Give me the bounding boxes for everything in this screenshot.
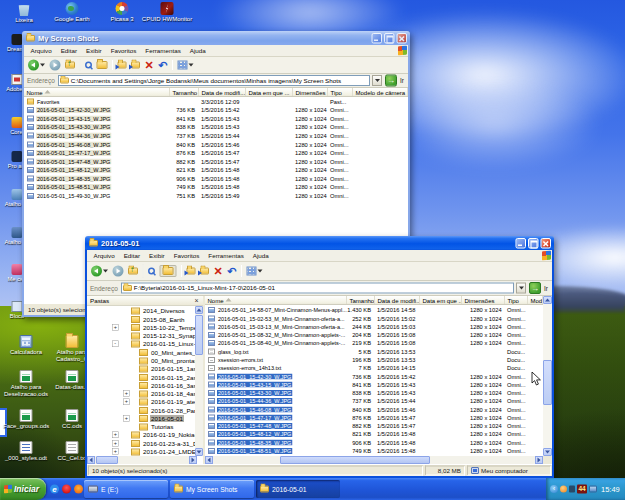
file-row[interactable]: 2016-05-01_15-47-17_W.JPG 876 KB 1/5/201… [24,149,408,158]
menu-item[interactable]: Favoritos [169,252,204,259]
views-button[interactable] [177,61,193,70]
menu-item[interactable]: Ajuda [248,252,273,259]
desktop-icon[interactable]: CPUID HWMonitor [140,2,195,23]
desktop-icon[interactable]: Google Earth [49,2,95,23]
move-to-button[interactable] [187,268,196,275]
tree-expand-toggle[interactable]: - [112,341,119,348]
file-row[interactable]: 2016-05-01_15-47-48_W.JPG 882 KB 1/5/201… [205,422,543,430]
file-row[interactable]: 2016-05-01_15-48-35_W.JPG 906 KB 1/5/201… [24,174,408,183]
list-horizontal-scrollbar[interactable] [205,456,543,464]
browser-icon-2[interactable] [74,485,83,494]
maximize-button[interactable] [528,238,539,249]
tree-item[interactable]: 2016-01-28_Particio [87,406,203,414]
desktop-icon[interactable]: _000_styles.odt [3,441,49,462]
file-row[interactable]: 2016-05-01_15-42-30_W.JPG 736 KB 1/5/201… [24,106,408,115]
file-row[interactable]: 2016-05-01_15-43-30_W.JPG 838 KB 1/5/201… [205,389,543,397]
close-button[interactable] [541,238,552,249]
address-field[interactable]: F:\Byteria\2016-01-15_Linux-Mint-17-0\20… [121,283,514,294]
desktop-icon[interactable]: Picasa 3 [99,2,145,23]
file-row[interactable]: xsession-errors.txt 196 KB 1/5/2016 13:5… [205,356,543,364]
forward-button[interactable]: → [50,60,61,71]
folders-button[interactable] [160,265,177,277]
file-row[interactable]: 2016-05-01_15-08-32_M_Mint-Cinnamon-appl… [205,331,543,339]
up-button[interactable]: ↑ [65,62,75,69]
win1-titlebar[interactable]: My Screen Shots [22,31,410,45]
browser-icon[interactable] [62,485,71,494]
file-row[interactable]: 2016-05-01_15-49-30_W.JPG 751 KB 1/5/201… [24,192,408,201]
file-row[interactable]: 2016-05-01_15-43-30_W.JPG 838 KB 1/5/201… [24,123,408,132]
tree-expand-toggle[interactable]: + [123,399,130,406]
desktop-icon[interactable]: Atalho para Deselizacao.ods [3,370,49,397]
tree-horizontal-scrollbar[interactable] [87,456,197,464]
column-header[interactable]: Data em que ... [420,296,462,304]
back-button[interactable]: ← [28,60,45,71]
taskbar-button-2016-05-01[interactable]: 2016-05-01 [256,480,340,498]
minimize-button[interactable] [372,33,383,44]
address-dropdown-button[interactable] [372,75,382,86]
file-row[interactable]: 2016-05-01_15-43-15_W.JPG 841 KB 1/5/201… [205,380,543,388]
tray-icon-dark[interactable] [569,486,575,493]
menu-item[interactable]: Ajuda [185,47,210,54]
go-button[interactable]: → [529,282,541,294]
column-header[interactable]: Tamanho [170,88,199,96]
tray-chevron-icon[interactable]: ‹ [550,485,558,493]
file-row[interactable]: 2016-05-01_15-44-36_W.JPG 737 KB 1/5/201… [205,397,543,405]
tree-item[interactable]: 2015-08_Earth [87,315,203,323]
tree-expand-toggle[interactable]: + [112,440,119,447]
copy-to-button[interactable] [200,268,209,275]
tree-expand-toggle[interactable]: + [123,415,130,422]
column-header[interactable]: Tipo [505,296,528,304]
file-row[interactable]: 2016-05-01_15-48-51_W.JPG 749 KB 1/5/201… [205,447,543,455]
up-button[interactable]: ↑ [128,268,138,275]
file-row[interactable]: 2016-05-01_15-48-12_W.JPG 821 KB 1/5/201… [24,166,408,175]
file-row[interactable]: 2016-05-01_15-48-51_W.JPG 749 KB 1/5/201… [24,183,408,192]
maximize-button[interactable] [384,33,395,44]
file-row[interactable]: 2016-05-01_15-02-53_M_Mint-Cinnamon-ofer… [205,314,543,322]
file-row[interactable]: 2016-05-01_15-47-17_W.JPG 876 KB 1/5/201… [205,414,543,422]
views-button[interactable] [246,267,262,276]
file-row[interactable]: 2016-05-01_15-03-13_M_Mint-Cinnamon-ofer… [205,323,543,331]
close-button[interactable] [397,33,408,44]
tree-item[interactable]: - 2016-01-15_Linux-Mint- [87,340,203,348]
delete-button[interactable]: ✕ [145,60,154,70]
menu-item[interactable]: Editar [56,47,81,54]
file-row[interactable]: 2016-05-01_15-46-08_W.JPG 840 KB 1/5/201… [24,140,408,149]
tree-expand-toggle[interactable]: + [112,324,119,331]
taskbar-button-my-screen-shots[interactable]: My Screen Shots [170,480,254,498]
address-dropdown-button[interactable] [516,283,526,294]
menu-item[interactable]: Exibir [145,252,170,259]
column-header[interactable]: Dimensões [462,296,505,304]
tree-expand-toggle[interactable]: + [112,432,119,439]
move-to-button[interactable] [118,62,127,69]
menu-item[interactable]: Arquivo [89,252,119,259]
tree-item[interactable]: + 2016-05-01 [87,415,203,423]
file-row[interactable]: 2016-05-01_15-08-40_M_Mint-Cinnamon-appl… [205,339,543,347]
tree-item[interactable]: 2016-01-16_3as [87,381,203,389]
file-row[interactable]: 2016-05-01_15-44-36_W.JPG 737 KB 1/5/201… [24,131,408,140]
tree-item[interactable]: 00_Mint_antes_Live [87,348,203,356]
tree-expand-toggle[interactable]: + [123,390,130,397]
menu-item[interactable]: Editar [119,252,144,259]
undo-button[interactable]: ↶ [227,266,236,276]
back-button[interactable]: ← [91,266,108,277]
tree-item[interactable]: Tutorias [87,423,203,431]
forward-button[interactable]: → [113,266,124,277]
tree-expand-toggle[interactable]: + [112,448,119,455]
menu-item[interactable]: Ferramentas [141,47,185,54]
tree-item[interactable]: + 2016-01-24_LMDE-MATE [87,448,203,456]
file-row[interactable]: 2016-05-01_15-48-35_W.JPG 906 KB 1/5/201… [205,438,543,446]
search-button[interactable] [85,62,92,69]
file-row[interactable]: xsession-errors_14h13.txt 7 KB 1/5/2016 … [205,364,543,372]
column-header[interactable]: Tipo [328,88,353,96]
internet-explorer-icon[interactable]: e [50,485,59,494]
file-row[interactable]: 2016-05-01_15-46-08_W.JPG 840 KB 1/5/201… [205,405,543,413]
tree-vertical-scrollbar[interactable] [195,306,203,456]
list-vertical-scrollbar[interactable] [543,296,552,456]
tree-item[interactable]: 2015-12-31_Synaptic [87,332,203,340]
win2-titlebar[interactable]: 2016-05-01 [85,236,554,250]
tree-item[interactable]: + 2016-01-19_ate_20 [87,398,203,406]
start-button[interactable]: Iniciar [0,478,46,500]
file-row[interactable]: 2016-05-01_15-42-30_W.JPG 736 KB 1/5/201… [205,372,543,380]
menu-item[interactable]: Arquivo [26,47,56,54]
tree-item[interactable]: 2014_Diversos [87,307,203,315]
